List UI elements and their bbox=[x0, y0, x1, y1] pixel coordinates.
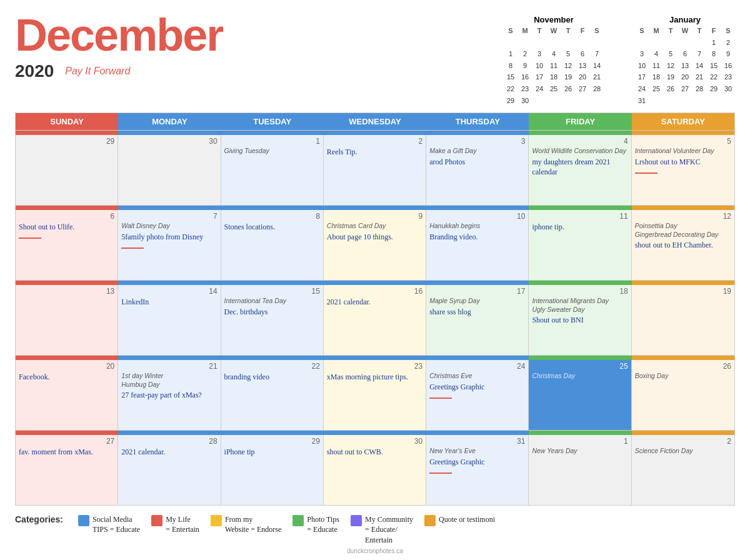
cat-swatch-social-media bbox=[78, 515, 89, 526]
week-1: 29 30 1 Giving Tuesday 2 Reels Tip. 3 Ma… bbox=[16, 135, 734, 206]
year-label: 2020 bbox=[15, 61, 54, 81]
week-5: 27 fav. moment from xMas. 28 2021 calend… bbox=[16, 435, 734, 505]
header-saturday: SATURDAY bbox=[632, 113, 734, 130]
cell-dec7: 7 Walt Disney Day 5family photo from Dis… bbox=[118, 210, 221, 280]
cat-swatch-photo-tips bbox=[292, 515, 304, 526]
cell-dec11: 11 iphone tip. bbox=[529, 210, 631, 280]
cell-dec16: 16 2021 calendar. bbox=[324, 285, 426, 355]
cell-dec10: 10 Hanukkah begins Branding video. bbox=[426, 210, 529, 280]
header-tuesday: TUESDAY bbox=[221, 113, 324, 130]
cell-dec5: 5 International Volunteer Day Lrshout ou… bbox=[632, 135, 734, 205]
header-monday: MONDAY bbox=[118, 113, 221, 130]
cat-swatch-from-website bbox=[211, 515, 222, 526]
cat-text-photo-tips: Photo Tips= Educate bbox=[307, 514, 339, 534]
cell-dec13: 13 bbox=[16, 285, 118, 355]
cat-quote: Quote or testimoni bbox=[424, 514, 495, 526]
mini-cal-january: January SMTWTFS xxxxx12 3456789 10111213… bbox=[635, 15, 735, 106]
cat-photo-tips: Photo Tips= Educate bbox=[292, 514, 339, 534]
cell-dec8: 8 Stones locations. bbox=[221, 210, 324, 280]
cell-dec14: 14 LinkedIn bbox=[118, 285, 221, 355]
cat-text-my-life: My Life= Entertain bbox=[166, 514, 199, 534]
cell-dec25: 25 Christmas Day bbox=[529, 360, 631, 430]
cell-nov29: 29 bbox=[16, 135, 118, 205]
cat-my-life: My Life= Entertain bbox=[151, 514, 199, 534]
cell-dec27: 27 fav. moment from xMas. bbox=[16, 435, 118, 505]
header-sunday: SUNDAY bbox=[16, 113, 118, 130]
cat-swatch-my-life bbox=[151, 515, 162, 526]
header-wednesday: WEDNESDAY bbox=[324, 113, 426, 130]
cat-swatch-quote bbox=[424, 515, 436, 526]
cat-swatch-my-community bbox=[351, 515, 362, 526]
cell-nov30: 30 bbox=[118, 135, 221, 205]
month-title: December bbox=[15, 12, 222, 58]
header: December 2020 Pay It Forward November SM… bbox=[15, 12, 735, 106]
header-friday: FRIDAY bbox=[529, 113, 631, 130]
cell-dec12: 12 Poinsettia DayGingerbread Decorating … bbox=[632, 210, 734, 280]
categories: Categories: Social MediaTIPS = Educate M… bbox=[15, 514, 735, 545]
cell-dec9: 9 Christmas Card Day About page 10 thing… bbox=[324, 210, 426, 280]
page: December 2020 Pay It Forward November SM… bbox=[0, 0, 750, 560]
cat-social-media: Social MediaTIPS = Educate bbox=[78, 514, 140, 534]
cell-dec4: 4 World Wildlife Conservation Day my dau… bbox=[529, 135, 631, 205]
cell-dec21: 21 1st day WinterHumbug Day 27 feast-pay… bbox=[118, 360, 221, 430]
cell-jan2: 2 Science Fiction Day bbox=[632, 435, 734, 505]
cat-from-website: From myWebsite = Endorse bbox=[211, 514, 281, 534]
cell-dec19: 19 bbox=[632, 285, 734, 355]
categories-label: Categories: bbox=[15, 514, 63, 524]
cell-dec15: 15 International Tea Day Dec. birthdays bbox=[221, 285, 324, 355]
cell-dec2: 2 Reels Tip. bbox=[324, 135, 426, 205]
cat-text-social-media: Social MediaTIPS = Educate bbox=[92, 514, 140, 534]
cell-dec26: 26 Boxing Day bbox=[632, 360, 734, 430]
mini-cal-january-title: January bbox=[635, 15, 735, 24]
mini-cal-november-title: November bbox=[504, 15, 604, 24]
header-thursday: THURSDAY bbox=[426, 113, 529, 130]
cell-jan1: 1 New Years Day bbox=[529, 435, 631, 505]
cat-text-from-website: From myWebsite = Endorse bbox=[225, 514, 281, 534]
cell-dec29: 29 iPhone tip bbox=[221, 435, 324, 505]
cell-dec31: 31 New Year's Eve Greetings Graphic bbox=[426, 435, 529, 505]
calendar-header: SUNDAY MONDAY TUESDAY WEDNESDAY THURSDAY… bbox=[16, 113, 734, 130]
cell-dec6: 6 Shout out to Ulife. bbox=[16, 210, 118, 280]
week-3: 13 14 LinkedIn 15 International Tea Day … bbox=[16, 285, 734, 356]
cat-text-quote: Quote or testimoni bbox=[439, 514, 495, 524]
cell-dec30: 30 shout out to CWB. bbox=[324, 435, 426, 505]
calendar: SUNDAY MONDAY TUESDAY WEDNESDAY THURSDAY… bbox=[15, 112, 735, 506]
cell-dec3: 3 Make a Gift Day arod Photos bbox=[426, 135, 529, 205]
cell-dec1: 1 Giving Tuesday bbox=[221, 135, 324, 205]
cell-dec18: 18 International Migrants DayUgly Sweate… bbox=[529, 285, 631, 355]
cat-my-community: My Community= Educate/Entertain bbox=[351, 514, 413, 545]
mini-calendars: November SMTWTFS 0000000 1234567 8910111… bbox=[504, 15, 735, 106]
cell-dec28: 28 2021 calendar. bbox=[118, 435, 221, 505]
calendar-body: 29 30 1 Giving Tuesday 2 Reels Tip. 3 Ma… bbox=[16, 130, 734, 505]
cell-dec24: 24 Christmas Eve Greetings Graphic bbox=[426, 360, 529, 430]
week-2: 6 Shout out to Ulife. 7 Walt Disney Day … bbox=[16, 210, 734, 281]
cell-dec17: 17 Maple Syrup Day share sss blog bbox=[426, 285, 529, 355]
subtitle: Pay It Forward bbox=[65, 66, 130, 77]
title-block: December 2020 Pay It Forward bbox=[15, 12, 222, 81]
mini-cal-november: November SMTWTFS 0000000 1234567 8910111… bbox=[504, 15, 604, 106]
cell-dec22: 22 branding video bbox=[221, 360, 324, 430]
cell-dec20: 20 Facebook. bbox=[16, 360, 118, 430]
week-4: 20 Facebook. 21 1st day WinterHumbug Day… bbox=[16, 360, 734, 431]
cat-text-my-community: My Community= Educate/Entertain bbox=[365, 514, 413, 545]
cell-dec23: 23 xMas morning picture tips. bbox=[324, 360, 426, 430]
footer-url: dunckcronphotes.ca bbox=[15, 548, 735, 554]
